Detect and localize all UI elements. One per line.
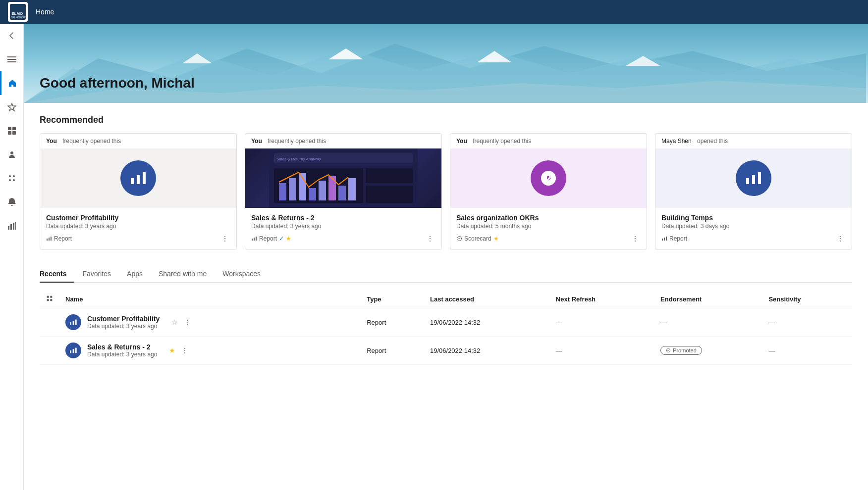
row-1-text: Customer Profitability Data updated: 3 y… [87, 315, 160, 330]
sidebar-item-back[interactable] [0, 24, 24, 48]
svg-rect-7 [8, 127, 11, 130]
tab-favorites[interactable]: Favorites [74, 266, 119, 283]
rec-card-4-more-button[interactable]: ⋮ [835, 234, 846, 244]
col-type: Type [361, 291, 424, 308]
row-1-star-button[interactable]: ☆ [169, 317, 180, 327]
col-endorsement: Endorsement [654, 291, 762, 308]
rec-card-4-updated: Data updated: 3 days ago [661, 223, 846, 230]
rec-card-4-icon [736, 160, 771, 196]
svg-rect-18 [13, 223, 14, 230]
svg-rect-27 [131, 178, 134, 184]
rec-card-4-thumb [655, 148, 852, 208]
hero-banner: Good afternoon, Michal [24, 24, 868, 103]
row-1-more-button[interactable]: ⋮ [182, 317, 193, 327]
rec-card-1[interactable]: You frequently opened this Customer Prof… [40, 133, 237, 250]
rec-card-1-updated: Data updated: 3 years ago [46, 223, 230, 230]
row-1-type: Report [361, 308, 424, 337]
svg-rect-62 [73, 349, 74, 353]
svg-rect-56 [664, 238, 665, 241]
row-2-star-button[interactable]: ★ [167, 345, 177, 355]
rec-card-3-star-icon: ★ [493, 235, 499, 242]
svg-rect-5 [7, 61, 16, 62]
table-row: Customer Profitability Data updated: 3 y… [40, 308, 852, 337]
svg-rect-42 [309, 188, 316, 200]
rec-card-1-header: You frequently opened this [40, 134, 236, 148]
svg-rect-39 [279, 183, 286, 200]
svg-rect-52 [746, 178, 749, 184]
svg-rect-53 [752, 175, 755, 184]
svg-rect-19 [15, 222, 16, 230]
rec-card-3-icon [531, 160, 566, 196]
svg-marker-6 [8, 103, 16, 111]
svg-rect-38 [366, 186, 413, 203]
rec-card-3-more-button[interactable]: ⋮ [630, 234, 641, 244]
svg-rect-4 [7, 59, 16, 60]
tab-apps[interactable]: Apps [119, 266, 151, 283]
tab-workspaces[interactable]: Workspaces [215, 266, 269, 283]
svg-point-12 [9, 175, 11, 177]
rec-card-1-more-button[interactable]: ⋮ [219, 234, 230, 244]
row-1-name: Customer Profitability [87, 315, 160, 323]
rec-card-2-endorsed-icon: ✓ [279, 235, 284, 242]
sidebar-item-browse[interactable] [0, 119, 24, 143]
svg-rect-30 [47, 239, 48, 241]
rec-card-3[interactable]: You frequently opened this Sales organiz… [450, 133, 647, 250]
recommended-title: Recommended [40, 115, 852, 125]
row-2-sensitivity: — [762, 337, 852, 365]
svg-rect-54 [758, 172, 761, 184]
svg-rect-31 [49, 238, 50, 241]
svg-rect-58 [70, 322, 71, 325]
sidebar-item-people[interactable] [0, 143, 24, 166]
rec-card-2-more-button[interactable]: ⋮ [425, 234, 435, 244]
rec-card-3-name: Sales organization OKRs [456, 214, 641, 222]
sidebar-item-metrics[interactable] [0, 214, 24, 238]
row-2-text: Sales & Returns - 2 Data updated: 3 year… [87, 343, 157, 358]
sidebar-item-menu[interactable] [0, 48, 24, 71]
rec-card-2-body: Sales & Returns - 2 Data updated: 3 year… [245, 208, 441, 249]
sidebar-item-apps[interactable] [0, 166, 24, 190]
rec-card-3-thumb [450, 148, 647, 208]
rec-card-1-context: You [46, 138, 57, 145]
svg-point-14 [9, 179, 11, 181]
rec-card-3-header: You frequently opened this [450, 134, 647, 148]
rec-card-1-thumb [40, 148, 236, 208]
svg-rect-28 [137, 175, 140, 184]
recommended-grid: You frequently opened this Customer Prof… [40, 133, 852, 250]
col-icon [40, 291, 59, 308]
row-2-type: Report [361, 337, 424, 365]
rec-card-3-updated: Data updated: 5 months ago [456, 223, 641, 230]
svg-rect-9 [8, 131, 11, 135]
row-1-last-accessed: 19/06/2022 14:32 [424, 308, 550, 337]
row-1-icon [65, 314, 81, 330]
tab-recents[interactable]: Recents [40, 266, 74, 283]
svg-rect-48 [254, 238, 255, 241]
rec-card-2-type: Report ✓ ★ [251, 235, 291, 242]
row-2-more-button[interactable]: ⋮ [179, 345, 190, 355]
rec-card-4-name: Building Temps [661, 214, 846, 222]
sidebar-item-home[interactable] [0, 71, 24, 95]
rec-card-2-star-icon: ★ [286, 235, 291, 242]
svg-rect-61 [70, 350, 71, 353]
svg-rect-17 [10, 224, 12, 230]
col-sensitivity: Sensitivity [762, 291, 852, 308]
main-content: Good afternoon, Michal Recommended You f… [24, 24, 868, 490]
row-1-next-refresh: — [550, 308, 654, 337]
content-area: Recommended You frequently opened this C… [24, 103, 868, 377]
sidebar-item-notifications[interactable] [0, 190, 24, 214]
row-1-updated: Data updated: 3 years ago [87, 323, 160, 330]
rec-card-4[interactable]: Maya Shen opened this Building Temps Dat… [655, 133, 852, 250]
sidebar-item-favorites[interactable] [0, 95, 24, 119]
topbar: ELMO SKI HOUSE Home [0, 0, 868, 24]
col-next-refresh: Next Refresh [550, 291, 654, 308]
col-last-accessed: Last accessed [424, 291, 550, 308]
tab-shared[interactable]: Shared with me [151, 266, 215, 283]
recommended-section: Recommended You frequently opened this C… [40, 115, 852, 250]
svg-rect-46 [348, 178, 356, 200]
sidebar [0, 0, 24, 490]
rec-card-2-footer: Report ✓ ★ ⋮ [251, 234, 435, 244]
row-2-info: Sales & Returns - 2 Data updated: 3 year… [65, 343, 355, 358]
recents-table: Name Type Last accessed Next Refresh End… [40, 291, 852, 365]
rec-card-1-type: Report [46, 235, 72, 242]
rec-card-2[interactable]: You frequently opened this Sales & Retur… [245, 133, 442, 250]
svg-rect-43 [319, 181, 326, 200]
